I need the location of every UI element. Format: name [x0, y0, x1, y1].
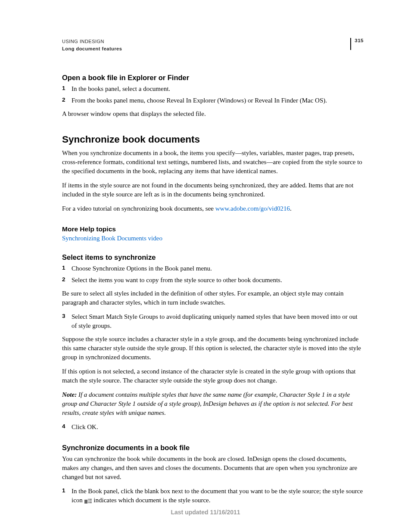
- paragraph: Suppose the style source includes a char…: [62, 335, 364, 362]
- paragraph: If items in the style source are not fou…: [62, 181, 364, 199]
- svg-rect-4: [89, 501, 92, 501]
- document-page: USING INDESIGN Long document features 31…: [0, 0, 411, 532]
- page-number: 315: [350, 38, 364, 50]
- help-links: Synchronizing Book Documents video: [62, 235, 364, 242]
- steps-sync-book-file: In the Book panel, click the blank box n…: [62, 487, 364, 505]
- paragraph: When you synchronize documents in a book…: [62, 149, 364, 176]
- svg-rect-1: [88, 499, 89, 500]
- svg-rect-0: [84, 500, 87, 504]
- step-item: In the books panel, select a document.: [62, 84, 364, 93]
- svg-rect-3: [88, 501, 89, 501]
- link-video-tutorial[interactable]: www.adobe.com/go/vid0216: [215, 205, 290, 212]
- text-span: .: [290, 205, 292, 212]
- step-item: In the Book panel, click the blank box n…: [62, 487, 364, 505]
- paragraph: If this option is not selected, a second…: [62, 367, 364, 385]
- heading-open-book-file: Open a book file in Explorer or Finder: [62, 74, 364, 82]
- steps-select-items-a: Choose Synchronize Options in the Book p…: [62, 264, 364, 285]
- svg-rect-2: [89, 499, 92, 500]
- note-paragraph: Note: If a document contains multiple st…: [62, 390, 364, 417]
- paragraph: Be sure to select all styles included in…: [62, 289, 364, 307]
- note-label: Note:: [62, 391, 77, 398]
- header-subtitle: Long document features: [62, 45, 122, 53]
- text-span: indicates which document is the style so…: [92, 497, 211, 504]
- link-sync-book-video[interactable]: Synchronizing Book Documents video: [62, 235, 162, 242]
- note-body: If a document contains multiple styles t…: [62, 391, 353, 416]
- page-header: USING INDESIGN Long document features 31…: [62, 38, 364, 52]
- step-item: Select the items you want to copy from t…: [62, 276, 364, 285]
- steps-select-items-c: Click OK.: [62, 423, 364, 432]
- paragraph: For a video tutorial on synchronizing bo…: [62, 204, 364, 213]
- text-span: For a video tutorial on synchronizing bo…: [62, 205, 215, 212]
- step-item: Click OK.: [62, 423, 364, 432]
- heading-more-help: More Help topics: [62, 225, 364, 233]
- paragraph: A browser window opens that displays the…: [62, 109, 364, 118]
- paragraph: You can synchronize the book while docum…: [62, 454, 364, 482]
- header-title: USING INDESIGN: [62, 38, 122, 45]
- step-item: Choose Synchronize Options in the Book p…: [62, 264, 364, 273]
- step-item: Select Smart Match Style Groups to avoid…: [62, 312, 364, 330]
- heading-sync-documents-book-file: Synchronize documents in a book file: [62, 444, 364, 452]
- header-left: USING INDESIGN Long document features: [62, 38, 122, 52]
- steps-select-items-b: Select Smart Match Style Groups to avoid…: [62, 312, 364, 330]
- svg-rect-5: [88, 502, 89, 503]
- step-item: From the books panel menu, choose Reveal…: [62, 96, 364, 105]
- svg-rect-6: [89, 502, 92, 503]
- heading-synchronize-book-documents: Synchronize book documents: [62, 134, 364, 145]
- heading-select-items: Select items to synchronize: [62, 253, 364, 261]
- style-source-icon: [84, 498, 92, 504]
- page-footer: Last updated 11/16/2011: [0, 509, 411, 516]
- steps-open-book: In the books panel, select a document. F…: [62, 84, 364, 105]
